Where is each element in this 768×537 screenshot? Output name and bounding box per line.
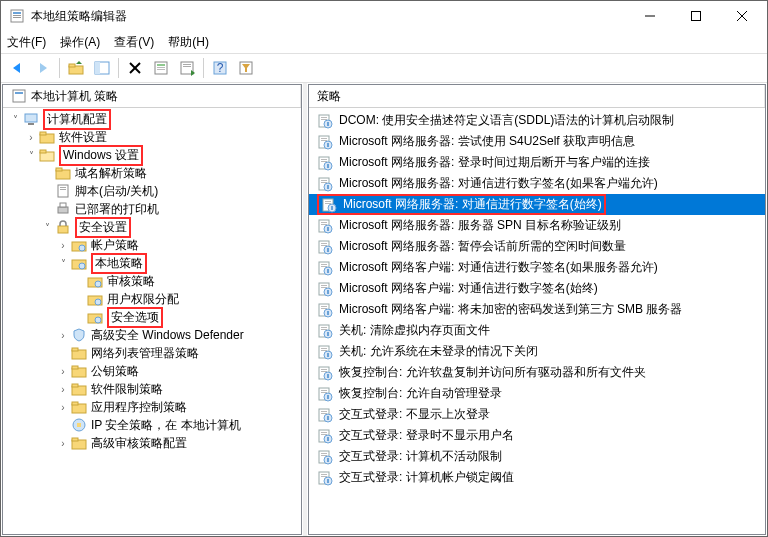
svg-rect-1 bbox=[13, 12, 21, 14]
ipsec-icon bbox=[71, 417, 87, 433]
menu-action[interactable]: 操作(A) bbox=[60, 34, 100, 51]
list-row[interactable]: Microsoft 网络客户端: 对通信进行数字签名(如果服务器允许) bbox=[309, 257, 765, 278]
tree-node-software[interactable]: › 软件设置 bbox=[3, 128, 301, 146]
list-item-label: Microsoft 网络服务器: 服务器 SPN 目标名称验证级别 bbox=[339, 217, 621, 234]
svg-rect-88 bbox=[325, 201, 331, 202]
list-row[interactable]: 恢复控制台: 允许软盘复制并访问所有驱动器和所有文件夹 bbox=[309, 362, 765, 383]
list-item-label: 恢复控制台: 允许软盘复制并访问所有驱动器和所有文件夹 bbox=[339, 364, 646, 381]
list-row[interactable]: Microsoft 网络服务器: 对通信进行数字签名(始终) bbox=[309, 194, 765, 215]
list-item-label: 交互式登录: 登录时不显示用户名 bbox=[339, 427, 514, 444]
tree-node-secopts[interactable]: 安全选项 bbox=[3, 308, 301, 326]
tree-node-ipsec[interactable]: IP 安全策略，在 本地计算机 bbox=[3, 416, 301, 434]
tree-node-scripts[interactable]: 脚本(启动/关机) bbox=[3, 182, 301, 200]
tree-header-label[interactable]: 本地计算机 策略 bbox=[3, 85, 301, 107]
tree-node-computer-config[interactable]: ˅ 计算机配置 bbox=[3, 110, 301, 128]
list-row[interactable]: 恢复控制台: 允许自动管理登录 bbox=[309, 383, 765, 404]
list-row[interactable]: 交互式登录: 计算机帐户锁定阈值 bbox=[309, 467, 765, 488]
tree-node-printers[interactable]: 已部署的打印机 bbox=[3, 200, 301, 218]
menu-file[interactable]: 文件(F) bbox=[7, 34, 46, 51]
expand-icon[interactable]: › bbox=[55, 366, 71, 377]
list-row[interactable]: 关机: 允许系统在未登录的情况下关闭 bbox=[309, 341, 765, 362]
menu-view[interactable]: 查看(V) bbox=[114, 34, 154, 51]
expand-icon[interactable]: › bbox=[55, 240, 71, 251]
tree-node-netlist[interactable]: 网络列表管理器策略 bbox=[3, 344, 301, 362]
list-row[interactable]: Microsoft 网络客户端: 将未加密的密码发送到第三方 SMB 服务器 bbox=[309, 299, 765, 320]
list-row[interactable]: 交互式登录: 不显示上次登录 bbox=[309, 404, 765, 425]
tree-node-defender[interactable]: › 高级安全 Windows Defender bbox=[3, 326, 301, 344]
svg-rect-40 bbox=[60, 187, 66, 188]
policy-item-icon bbox=[317, 407, 333, 423]
tree-node-local[interactable]: ˅ 本地策略 bbox=[3, 254, 301, 272]
collapse-icon[interactable]: ˅ bbox=[55, 258, 71, 269]
list-row[interactable]: Microsoft 网络客户端: 对通信进行数字签名(始终) bbox=[309, 278, 765, 299]
forward-button[interactable] bbox=[31, 56, 55, 80]
list-row[interactable]: 交互式登录: 计算机不活动限制 bbox=[309, 446, 765, 467]
svg-rect-43 bbox=[60, 203, 66, 207]
menu-help[interactable]: 帮助(H) bbox=[168, 34, 209, 51]
window-controls bbox=[627, 1, 765, 31]
svg-rect-91 bbox=[331, 206, 333, 210]
expand-icon[interactable]: › bbox=[23, 132, 39, 143]
list-row[interactable]: 交互式登录: 登录时不显示用户名 bbox=[309, 425, 765, 446]
list-header-col[interactable]: 策略 bbox=[309, 85, 765, 107]
svg-rect-32 bbox=[28, 123, 34, 125]
export-button[interactable] bbox=[175, 56, 199, 80]
svg-marker-8 bbox=[13, 63, 20, 73]
tree-node-dns[interactable]: 域名解析策略 bbox=[3, 164, 301, 182]
tree-node-advaudit[interactable]: › 高级审核策略配置 bbox=[3, 434, 301, 452]
policy-item-icon bbox=[317, 344, 333, 360]
tree-body[interactable]: ˅ 计算机配置 › 软件设置 ˅ Windows 设置 域名解析策略 脚本(启动… bbox=[3, 108, 301, 534]
maximize-button[interactable] bbox=[673, 1, 719, 31]
svg-rect-121 bbox=[327, 332, 329, 336]
collapse-icon[interactable]: ˅ bbox=[7, 114, 23, 125]
expand-icon[interactable]: › bbox=[55, 330, 71, 341]
help-button[interactable]: ? bbox=[208, 56, 232, 80]
tree-node-swrestrict[interactable]: › 软件限制策略 bbox=[3, 380, 301, 398]
properties-button[interactable] bbox=[149, 56, 173, 80]
up-button[interactable] bbox=[64, 56, 88, 80]
list-row[interactable]: DCOM: 使用安全描述符定义语言(SDDL)语法的计算机启动限制 bbox=[309, 110, 765, 131]
script-icon bbox=[55, 183, 71, 199]
show-hide-tree-button[interactable] bbox=[90, 56, 114, 80]
menubar: 文件(F) 操作(A) 查看(V) 帮助(H) bbox=[1, 31, 767, 53]
policy-item-icon bbox=[317, 134, 333, 150]
svg-rect-144 bbox=[321, 434, 327, 435]
collapse-icon[interactable]: ˅ bbox=[23, 150, 39, 161]
collapse-icon[interactable]: ˅ bbox=[39, 222, 55, 233]
close-button[interactable] bbox=[719, 1, 765, 31]
back-button[interactable] bbox=[5, 56, 29, 80]
folder-policy-icon bbox=[71, 255, 87, 271]
expand-icon[interactable]: › bbox=[55, 438, 71, 449]
tree-node-windows-settings[interactable]: ˅ Windows 设置 bbox=[3, 146, 301, 164]
splitter[interactable] bbox=[303, 83, 307, 536]
expand-icon[interactable]: › bbox=[55, 402, 71, 413]
tree-node-pubkey[interactable]: › 公钥策略 bbox=[3, 362, 301, 380]
list-item-label: 恢复控制台: 允许自动管理登录 bbox=[339, 385, 502, 402]
list-row[interactable]: Microsoft 网络服务器: 登录时间过期后断开与客户端的连接 bbox=[309, 152, 765, 173]
svg-rect-141 bbox=[327, 416, 329, 420]
svg-rect-62 bbox=[72, 402, 78, 405]
tree-node-appctrl[interactable]: › 应用程序控制策略 bbox=[3, 398, 301, 416]
tree-node-audit[interactable]: 审核策略 bbox=[3, 272, 301, 290]
tree-node-security[interactable]: ˅ 安全设置 bbox=[3, 218, 301, 236]
minimize-button[interactable] bbox=[627, 1, 673, 31]
list-item-label: Microsoft 网络服务器: 对通信进行数字签名(始终) bbox=[343, 196, 602, 213]
svg-point-52 bbox=[95, 299, 101, 305]
list-body[interactable]: DCOM: 使用安全描述符定义语言(SDDL)语法的计算机启动限制Microso… bbox=[309, 108, 765, 534]
list-row[interactable]: Microsoft 网络服务器: 尝试使用 S4U2Self 获取声明信息 bbox=[309, 131, 765, 152]
svg-rect-149 bbox=[321, 455, 327, 456]
filter-button[interactable] bbox=[234, 56, 258, 80]
list-item-label: 关机: 清除虚拟内存页面文件 bbox=[339, 322, 490, 339]
svg-rect-78 bbox=[321, 159, 327, 160]
list-row[interactable]: Microsoft 网络服务器: 对通信进行数字签名(如果客户端允许) bbox=[309, 173, 765, 194]
list-row[interactable]: 关机: 清除虚拟内存页面文件 bbox=[309, 320, 765, 341]
tree-node-userrights[interactable]: 用户权限分配 bbox=[3, 290, 301, 308]
list-row[interactable]: Microsoft 网络服务器: 服务器 SPN 目标名称验证级别 bbox=[309, 215, 765, 236]
tree-node-account[interactable]: › 帐户策略 bbox=[3, 236, 301, 254]
svg-rect-93 bbox=[321, 222, 327, 223]
delete-button[interactable] bbox=[123, 56, 147, 80]
list-item-label: Microsoft 网络客户端: 对通信进行数字签名(始终) bbox=[339, 280, 598, 297]
svg-rect-128 bbox=[321, 369, 327, 370]
list-row[interactable]: Microsoft 网络服务器: 暂停会话前所需的空闲时间数量 bbox=[309, 236, 765, 257]
expand-icon[interactable]: › bbox=[55, 384, 71, 395]
